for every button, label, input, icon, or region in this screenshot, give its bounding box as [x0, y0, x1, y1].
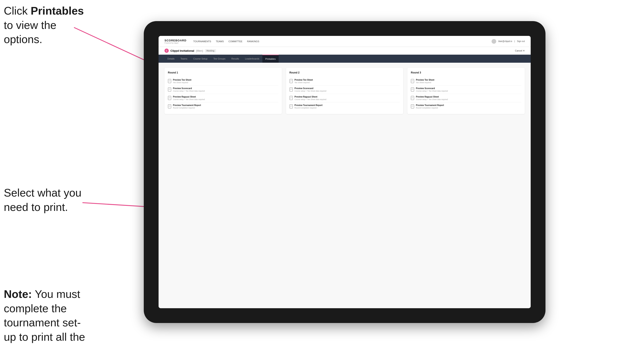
instruction-top-text: Click Printables to view the options.: [4, 5, 84, 45]
round-1-raguzzi[interactable]: Preview Raguzzi Sheet Course setup + Tee…: [168, 94, 278, 102]
round-2-tournament-report-name: Preview Tournament Report: [294, 104, 323, 106]
tablet-screen: SCOREBOARD Powered by clippd TOURNAMENTS…: [158, 36, 531, 308]
document-icon: [168, 79, 171, 83]
round-2-raguzzi-text: Preview Raguzzi Sheet Course setup + Tee…: [294, 96, 326, 101]
round-2-tournament-report-text: Preview Tournament Report Round Completi…: [294, 104, 323, 109]
round-3-scorecard-name: Preview Scorecard: [416, 87, 448, 90]
tab-details[interactable]: Details: [164, 55, 178, 63]
round-2-scorecard-req: Course setup + Tee Sheet data required: [294, 90, 326, 92]
round-1-scorecard[interactable]: Preview Scorecard Course setup + Tee She…: [168, 85, 278, 94]
round-2-scorecard-name: Preview Scorecard: [294, 87, 326, 90]
round-3-tee-sheet[interactable]: Preview Tee Sheet Tee Sheet required: [411, 77, 521, 85]
round-2-title: Round 2: [290, 71, 400, 74]
round-1-tournament-report-name: Preview Tournament Report: [173, 104, 201, 106]
round-3-section: Round 3 Preview Tee Sheet: [408, 68, 525, 114]
round-2-raguzzi-name: Preview Raguzzi Sheet: [294, 96, 326, 98]
round-1-tee-sheet-req: Tee Sheet required: [173, 81, 191, 84]
separator: |: [514, 40, 515, 42]
tab-bar: Details Teams Course Setup Tee Groups Re…: [158, 55, 531, 63]
document-icon-5: [290, 79, 293, 83]
round-2-raguzzi[interactable]: Preview Raguzzi Sheet Course setup + Tee…: [290, 94, 400, 102]
nav-link-committee[interactable]: COMMITTEE: [228, 39, 242, 43]
round-1-scorecard-req: Course setup + Tee Sheet data required: [173, 90, 205, 92]
cancel-button[interactable]: Cancel ✕: [515, 49, 525, 52]
round-3-scorecard[interactable]: Preview Scorecard Course setup + Tee She…: [411, 85, 521, 94]
round-1-tee-sheet-text: Preview Tee Sheet Tee Sheet required: [173, 79, 191, 84]
main-content: Round 1 Preview Tee Sheet: [158, 63, 531, 308]
tournament-category: (Men): [196, 49, 203, 52]
round-3-tournament-report[interactable]: Preview Tournament Report Round Completi…: [411, 102, 521, 111]
document-icon-11: [411, 96, 414, 100]
document-icon-3: [168, 96, 171, 100]
nav-link-teams[interactable]: TEAMS: [216, 39, 224, 43]
tab-course-setup[interactable]: Course Setup: [190, 55, 210, 63]
tab-leaderboards[interactable]: Leaderboards: [242, 55, 262, 63]
round-3-raguzzi[interactable]: Preview Raguzzi Sheet Course setup + Tee…: [411, 94, 521, 102]
tournament-name: C Clippd Invitational (Men) Hosting: [164, 48, 216, 53]
document-icon-9: [411, 79, 414, 83]
round-2-scorecard-text: Preview Scorecard Course setup + Tee She…: [294, 87, 326, 92]
round-1-tournament-report[interactable]: Preview Tournament Report Round Completi…: [168, 102, 278, 111]
svg-rect-48: [411, 105, 414, 108]
round-1-raguzzi-req: Course setup + Tee Sheet data required: [173, 98, 205, 101]
round-1-tee-sheet-name: Preview Tee Sheet: [173, 79, 191, 81]
document-icon-10: [411, 87, 414, 92]
rounds-grid: Round 1 Preview Tee Sheet: [164, 68, 525, 114]
top-nav: SCOREBOARD Powered by clippd TOURNAMENTS…: [158, 36, 531, 47]
tab-tee-groups[interactable]: Tee Groups: [210, 55, 228, 63]
svg-rect-24: [290, 88, 292, 91]
round-1-section: Round 1 Preview Tee Sheet: [164, 68, 282, 114]
svg-rect-20: [290, 79, 292, 83]
svg-rect-16: [168, 105, 171, 108]
instruction-top: Click Printables to view the options.: [4, 4, 84, 47]
hosting-badge: Hosting: [205, 49, 216, 52]
round-2-tee-sheet[interactable]: Preview Tee Sheet Tee Sheet required: [290, 77, 400, 85]
round-2-scorecard[interactable]: Preview Scorecard Course setup + Tee She…: [290, 85, 400, 94]
svg-rect-4: [168, 79, 171, 83]
user-email: blair@clippd.io: [498, 40, 512, 42]
svg-rect-8: [168, 88, 171, 91]
round-3-scorecard-text: Preview Scorecard Course setup + Tee She…: [416, 87, 448, 92]
tablet-device: SCOREBOARD Powered by clippd TOURNAMENTS…: [144, 21, 546, 323]
round-2-tournament-report[interactable]: Preview Tournament Report Round Completi…: [290, 102, 400, 111]
instruction-bot: Note: You must complete the tournament s…: [4, 287, 92, 346]
scoreboard-title: SCOREBOARD: [164, 39, 186, 42]
round-3-tee-sheet-name: Preview Tee Sheet: [416, 79, 434, 81]
instruction-bot-text: Note: You must complete the tournament s…: [4, 288, 85, 346]
document-icon-8: [290, 104, 293, 109]
tab-teams[interactable]: Teams: [178, 55, 190, 63]
sign-out-link[interactable]: Sign out: [517, 40, 525, 42]
nav-link-rankings[interactable]: RANKINGS: [247, 39, 259, 43]
nav-left: SCOREBOARD Powered by clippd TOURNAMENTS…: [164, 39, 259, 44]
svg-rect-12: [168, 96, 171, 100]
round-2-tee-sheet-name: Preview Tee Sheet: [294, 79, 313, 81]
round-1-tee-sheet[interactable]: Preview Tee Sheet Tee Sheet required: [168, 77, 278, 85]
svg-rect-36: [411, 79, 414, 83]
round-1-title: Round 1: [168, 71, 278, 74]
round-3-raguzzi-text: Preview Raguzzi Sheet Course setup + Tee…: [416, 96, 448, 101]
scoreboard-sub: Powered by clippd: [164, 42, 186, 44]
round-3-tee-sheet-req: Tee Sheet required: [416, 81, 434, 84]
document-icon-2: [168, 87, 171, 92]
round-1-tournament-report-text: Preview Tournament Report Round Completi…: [173, 104, 201, 109]
round-1-raguzzi-text: Preview Raguzzi Sheet Course setup + Tee…: [173, 96, 205, 101]
round-3-scorecard-req: Course setup + Tee Sheet data required: [416, 90, 448, 92]
tab-results[interactable]: Results: [228, 55, 242, 63]
round-1-scorecard-name: Preview Scorecard: [173, 87, 205, 90]
round-2-tee-sheet-req: Tee Sheet required: [294, 81, 313, 84]
round-3-raguzzi-name: Preview Raguzzi Sheet: [416, 96, 448, 98]
document-icon-12: [411, 104, 414, 109]
round-2-tournament-report-req: Round Completion required: [294, 107, 323, 109]
nav-links: TOURNAMENTS TEAMS COMMITTEE RANKINGS: [193, 39, 259, 43]
scoreboard-logo: SCOREBOARD Powered by clippd: [164, 39, 186, 44]
round-2-tee-sheet-text: Preview Tee Sheet Tee Sheet required: [294, 79, 313, 84]
round-1-tournament-report-req: Round Completion required: [173, 107, 201, 109]
svg-rect-40: [411, 88, 414, 91]
tournament-logo: C: [164, 48, 169, 53]
document-icon-4: [168, 104, 171, 109]
round-2-raguzzi-req: Course setup + Tee Sheet data required: [294, 98, 326, 101]
nav-right: blair@clippd.io | Sign out: [492, 39, 525, 44]
tab-printables[interactable]: Printables: [262, 55, 279, 63]
nav-link-tournaments[interactable]: TOURNAMENTS: [193, 39, 211, 43]
round-3-raguzzi-req: Course setup + Tee Sheet data required: [416, 98, 448, 101]
